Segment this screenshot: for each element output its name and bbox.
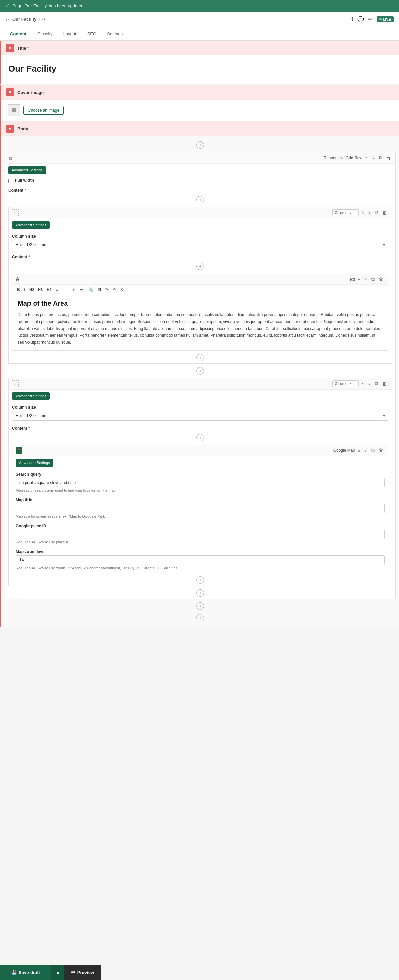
toolbar-h2[interactable]: H2 [28,287,35,292]
map-chevron-down[interactable]: ∨ [363,448,369,453]
editor-body-text: Diam lectus posuere luctus, potenti nequ… [18,312,383,346]
add-col1-content[interactable]: + [9,261,392,272]
place-id-input[interactable] [16,530,385,539]
tab-content[interactable]: Content [5,28,31,40]
toolbar-italic[interactable]: I [23,286,27,293]
tab-settings[interactable]: Settings [102,28,127,40]
nav-arrows-icon[interactable]: ⇄ [5,16,10,22]
col1-advanced-settings-button[interactable]: Advanced Settings [12,221,50,229]
col2-content-label: Content * [9,423,392,432]
zoom-level-input[interactable] [16,555,385,565]
grid-row-chevron-down[interactable]: ∨ [370,155,376,161]
grid-advanced-settings-button[interactable]: Advanced Settings [8,167,46,174]
map-type-label: Google Map [333,448,355,453]
add-content-plus-top[interactable]: + [196,196,204,204]
map-block-header: 📍 Google Map ∧ ∨ ⧉ 🗑 [13,445,388,457]
text-copy[interactable]: ⧉ [370,275,376,283]
add-row-plus-top[interactable]: + [196,141,204,149]
header-left: ⇄ Our Facility ••• [5,16,46,22]
add-col1-bottom-plus[interactable]: + [196,354,204,361]
page-title-display[interactable]: Our Facility [8,61,392,78]
toolbar-bold[interactable]: B [16,286,21,293]
col2-copy[interactable]: ⧉ [374,380,380,387]
col1-chevron-down[interactable]: ∨ [367,210,372,215]
toolbar-h3[interactable]: H3 [36,287,44,292]
col2-chevron-up[interactable]: ∧ [360,381,366,387]
history-icon[interactable]: ↩ [368,16,372,22]
search-query-label: Search query [16,472,385,477]
map-delete[interactable]: 🗑 [377,447,385,454]
add-row-top[interactable]: + [2,139,399,151]
add-content-top[interactable]: + [5,194,395,205]
toolbar-attachment[interactable]: 📎 [87,286,95,293]
body-toggle[interactable]: ▼ [6,124,14,132]
body-section-header[interactable]: ▼ Body [2,121,399,136]
col1-content-label: Content * [9,252,392,261]
info-icon[interactable]: ℹ [352,16,353,22]
col2-type-dropdown[interactable]: Column ∧ [332,380,359,387]
grid-row-delete[interactable]: 🗑 [385,155,392,161]
page-name[interactable]: Our Facility [13,17,36,22]
toolbar-clear[interactable]: ✕ [119,286,125,293]
col1-dropdown-arrow: ∨ [349,211,352,215]
col1-copy[interactable]: ⧉ [374,209,380,216]
add-between-columns[interactable]: + [5,365,395,377]
add-grid-bottom[interactable]: + [5,587,395,599]
col2-delete[interactable]: 🗑 [381,380,388,387]
map-copy[interactable]: ⧉ [370,447,376,454]
title-section-header[interactable]: ▼ Title * [2,41,399,56]
tab-classify[interactable]: Classify [33,28,57,40]
add-col2-bottom[interactable]: + [9,574,392,585]
col2-advanced-settings-button[interactable]: Advanced Settings [12,392,50,400]
tab-layout[interactable]: Layout [59,28,81,40]
toolbar-hr[interactable]: — [60,286,67,293]
toolbar-h4[interactable]: H4 [45,287,53,292]
toolbar-undo[interactable]: ↶ [111,286,117,293]
editor-content-area[interactable]: Map of the Area Diam lectus posuere luct… [13,295,388,350]
editor-header: A Text ∧ ∨ ⧉ 🗑 [13,274,388,285]
map-advanced-settings-button[interactable]: Advanced Settings [16,459,53,466]
add-col2-plus[interactable]: + [196,434,204,441]
text-chevron-up[interactable]: ∧ [356,276,362,282]
add-col1-plus[interactable]: + [196,263,204,270]
map-chevron-up[interactable]: ∧ [356,448,362,453]
header-more-button[interactable]: ••• [39,17,46,22]
col1-type-dropdown[interactable]: Column ∨ [332,209,359,216]
grid-row-chevron-up[interactable]: ∧ [364,155,369,161]
col1-size-select[interactable]: Half - 1/2 column ∨ [12,240,388,249]
full-width-checkbox[interactable] [8,178,13,183]
chat-icon[interactable]: 💬 [358,16,364,22]
add-col2-content[interactable]: + [9,432,392,443]
col2-chevron-down[interactable]: ∨ [367,381,372,387]
toolbar-enter[interactable]: ↵ [71,286,78,293]
map-title-input[interactable] [16,504,385,513]
check-icon: ✓ [5,3,10,9]
col1-header: ⬚ Column ∨ ∧ ∨ [9,207,392,218]
col1-delete[interactable]: 🗑 [381,209,388,216]
add-grid-bottom-plus[interactable]: + [196,589,204,597]
text-chevron-down[interactable]: ∨ [363,276,369,282]
toolbar-redo[interactable]: ↷ [104,286,110,293]
add-row-bottom-2[interactable]: + [2,612,399,623]
add-row-bottom-1[interactable]: + [2,600,399,612]
add-between-plus[interactable]: + [196,367,204,375]
col1-chevron-up[interactable]: ∧ [360,210,366,215]
search-query-input[interactable] [16,478,385,487]
grid-row-copy[interactable]: ⧉ [377,154,383,161]
add-col2-bottom-plus[interactable]: + [196,576,204,584]
text-delete[interactable]: 🗑 [377,276,385,283]
cover-image-toggle[interactable]: ▼ [6,88,14,96]
toolbar-ul[interactable]: ≡ [54,286,59,293]
toolbar-image[interactable]: 🖼 [96,286,103,293]
cover-image-header[interactable]: ▼ Cover image [2,85,399,100]
choose-image-button[interactable]: Choose an image [24,106,64,115]
add-col1-bottom[interactable]: + [9,352,392,363]
col2-size-select[interactable]: Half - 1/2 column ∨ [12,411,388,420]
tab-seo[interactable]: SEO [82,28,101,40]
add-row-bottom-2-plus[interactable]: + [196,614,204,621]
title-toggle[interactable]: ▼ [6,44,14,52]
add-row-bottom-1-plus[interactable]: + [196,603,204,610]
toolbar-link[interactable]: ⛓ [79,286,86,293]
cover-image-content: 🖼 Choose an image [2,100,399,121]
search-query-row: Search query Address or search term used… [13,469,388,495]
